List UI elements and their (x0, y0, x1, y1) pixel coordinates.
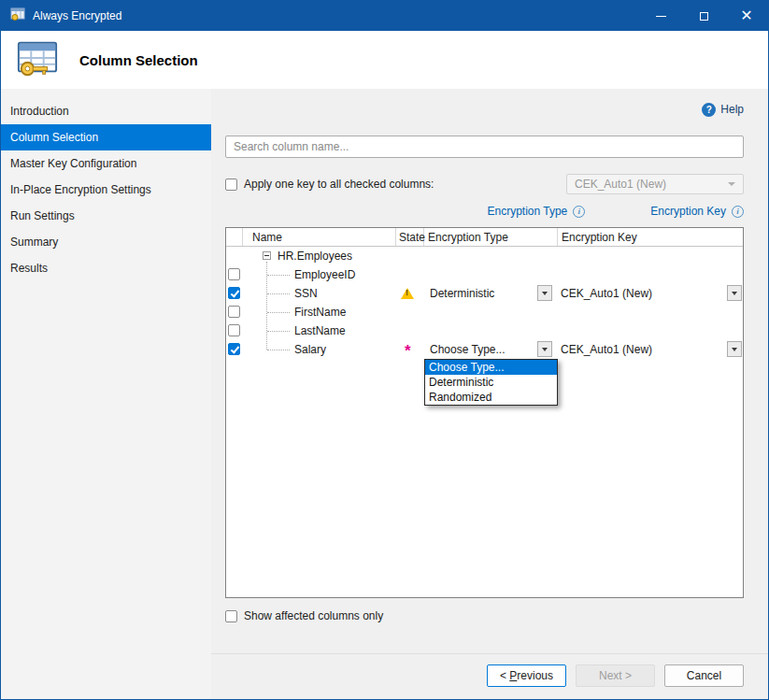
column-name: EmployeeID (294, 268, 355, 281)
main-panel: Help Apply one key to all checked column… (211, 89, 768, 699)
chevron-down-icon (728, 182, 735, 186)
search-input[interactable] (225, 136, 744, 158)
maximize-icon (700, 12, 708, 21)
apply-key-label: Apply one key to all checked columns: (244, 178, 434, 191)
window-title: Always Encrypted (33, 9, 121, 22)
encryption-type-value[interactable]: Deterministic (430, 287, 494, 300)
sidebar-item-master-key-configuration[interactable]: Master Key Configuration (1, 150, 211, 177)
required-asterisk-icon (405, 342, 411, 361)
column-name: SSN (294, 287, 318, 300)
encryption-key-link[interactable]: Encryption Key (650, 205, 726, 218)
column-name: Salary (294, 343, 326, 356)
sidebar-item-run-settings[interactable]: Run Settings (1, 203, 211, 229)
table-row-group[interactable]: HR.Employees (226, 247, 743, 265)
app-icon (10, 7, 25, 25)
show-affected-checkbox[interactable] (225, 610, 237, 622)
table-row-salary[interactable]: Salary Choose Type... CEK_Auto1 (New) (226, 340, 743, 359)
column-name: LastName (294, 324, 346, 337)
tree-connector (267, 331, 290, 332)
help-link[interactable]: Help (720, 103, 744, 116)
sidebar-item-introduction[interactable]: Introduction (1, 98, 211, 124)
wizard-window: Always Encrypted ✕ Column Selection Intr… (0, 0, 769, 700)
sidebar-item-summary[interactable]: Summary (1, 229, 211, 255)
encryption-type-dropdown-list: Choose Type... Deterministic Randomized (424, 359, 558, 406)
table-row-employeeid[interactable]: EmployeeID (226, 265, 743, 284)
apply-key-combobox[interactable]: CEK_Auto1 (New) (566, 174, 744, 194)
minimize-button[interactable] (639, 1, 682, 31)
grid-header-checkbox-column (226, 228, 243, 246)
previous-button[interactable]: < Previous (487, 664, 566, 687)
apply-key-checkbox[interactable] (225, 179, 237, 191)
encryption-type-info-icon[interactable] (573, 206, 585, 218)
row-checkbox[interactable] (228, 287, 240, 299)
encryption-type-value[interactable]: Choose Type... (430, 343, 506, 356)
sidebar-item-in-place-encryption-settings[interactable]: In-Place Encryption Settings (1, 177, 211, 203)
tree-connector (267, 275, 290, 276)
encryption-key-info-icon[interactable] (732, 206, 744, 218)
dropdown-option-deterministic[interactable]: Deterministic (425, 375, 557, 390)
row-checkbox[interactable] (228, 343, 240, 355)
table-name: HR.Employees (278, 250, 352, 263)
encryption-key-value[interactable]: CEK_Auto1 (New) (561, 287, 652, 300)
cancel-button[interactable]: Cancel (664, 664, 744, 687)
table-row-ssn[interactable]: SSN Deterministic CEK_Auto1 (New) (226, 284, 743, 303)
close-icon: ✕ (740, 8, 752, 23)
encryption-key-value[interactable]: CEK_Auto1 (New) (561, 343, 652, 356)
minimize-icon (656, 16, 666, 17)
encryption-type-dropdown-button[interactable] (537, 285, 552, 301)
title-bar: Always Encrypted ✕ (1, 1, 768, 31)
page-title: Column Selection (79, 52, 198, 68)
dropdown-option-choose-type[interactable]: Choose Type... (425, 360, 557, 375)
row-checkbox[interactable] (228, 268, 240, 280)
tree-collapse-icon[interactable] (263, 251, 271, 260)
table-row-firstname[interactable]: FirstName (226, 303, 743, 321)
apply-key-combobox-value: CEK_Auto1 (New) (575, 178, 666, 191)
grid-header-state[interactable]: State (396, 228, 424, 246)
wizard-header: Column Selection (1, 31, 768, 89)
show-affected-label: Show affected columns only (244, 609, 383, 622)
wizard-steps-sidebar: Introduction Column Selection Master Key… (1, 89, 211, 699)
wizard-icon (16, 36, 59, 83)
encryption-key-dropdown-button[interactable] (727, 341, 742, 357)
grid-body: HR.Employees EmployeeID SSN Deterministi… (226, 247, 743, 597)
row-checkbox[interactable] (228, 306, 240, 318)
maximize-button[interactable] (682, 1, 725, 31)
encryption-type-link[interactable]: Encryption Type (487, 205, 567, 218)
close-button[interactable]: ✕ (725, 1, 768, 31)
sidebar-item-results[interactable]: Results (1, 255, 211, 281)
warning-icon (401, 288, 414, 299)
row-checkbox[interactable] (228, 324, 240, 336)
wizard-footer: < Previous Next > Cancel (211, 653, 768, 687)
encryption-type-dropdown-button[interactable] (537, 341, 552, 357)
next-button[interactable]: Next > (576, 664, 655, 687)
tree-connector (267, 350, 290, 350)
dropdown-option-randomized[interactable]: Randomized (425, 390, 557, 405)
column-name: FirstName (294, 306, 346, 319)
encryption-key-dropdown-button[interactable] (727, 285, 742, 301)
grid-header-encryption-type[interactable]: Encryption Type (424, 228, 558, 246)
grid-header-encryption-key[interactable]: Encryption Key (558, 228, 743, 246)
grid-header: Name State Encryption Type Encryption Ke… (226, 228, 743, 247)
table-row-lastname[interactable]: LastName (226, 321, 743, 340)
help-icon (702, 103, 716, 117)
columns-grid: Name State Encryption Type Encryption Ke… (225, 227, 744, 598)
grid-header-name[interactable]: Name (243, 228, 396, 246)
sidebar-item-column-selection[interactable]: Column Selection (1, 124, 211, 150)
tree-connector (267, 293, 290, 294)
tree-connector (267, 312, 290, 313)
